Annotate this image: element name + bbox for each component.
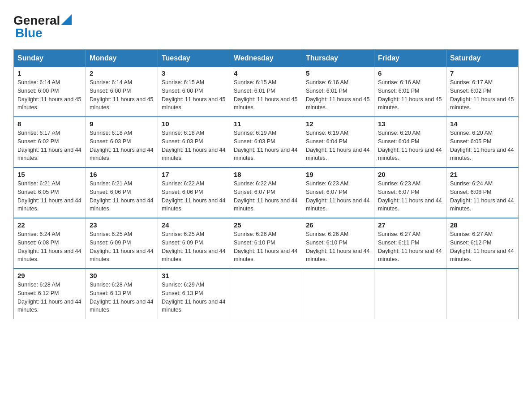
day-info: Sunrise: 6:21 AMSunset: 6:05 PMDaylight:… <box>17 180 81 212</box>
day-info: Sunrise: 6:18 AMSunset: 6:03 PMDaylight:… <box>162 130 225 161</box>
day-info: Sunrise: 6:28 AMSunset: 6:13 PMDaylight:… <box>90 282 153 313</box>
calendar-day-cell: 31 Sunrise: 6:29 AMSunset: 6:13 PMDaylig… <box>158 269 230 319</box>
day-number: 19 <box>306 171 370 178</box>
calendar-day-cell: 20 Sunrise: 6:23 AMSunset: 6:07 PMDaylig… <box>374 167 446 218</box>
day-number: 1 <box>17 69 82 77</box>
day-number: 26 <box>306 221 370 229</box>
calendar-table: SundayMondayTuesdayWednesdayThursdayFrid… <box>13 49 519 319</box>
logo-container: General Blue <box>13 13 72 40</box>
day-number: 13 <box>378 120 442 128</box>
day-info: Sunrise: 6:15 AMSunset: 6:00 PMDaylight:… <box>162 79 225 111</box>
calendar-day-cell: 11 Sunrise: 6:19 AMSunset: 6:03 PMDaylig… <box>230 117 302 167</box>
day-number: 30 <box>90 272 154 279</box>
day-number: 12 <box>306 120 370 128</box>
day-info: Sunrise: 6:14 AMSunset: 6:00 PMDaylight:… <box>90 79 153 111</box>
day-number: 24 <box>162 221 226 229</box>
day-info: Sunrise: 6:17 AMSunset: 6:02 PMDaylight:… <box>17 130 81 161</box>
calendar-day-cell: 9 Sunrise: 6:18 AMSunset: 6:03 PMDayligh… <box>86 117 158 167</box>
day-number: 4 <box>234 69 298 77</box>
calendar-day-cell: 19 Sunrise: 6:23 AMSunset: 6:07 PMDaylig… <box>302 167 374 218</box>
day-info: Sunrise: 6:25 AMSunset: 6:09 PMDaylight:… <box>162 231 225 262</box>
day-number: 27 <box>378 221 442 229</box>
day-info: Sunrise: 6:22 AMSunset: 6:06 PMDaylight:… <box>162 180 225 212</box>
calendar-day-cell: 25 Sunrise: 6:26 AMSunset: 6:10 PMDaylig… <box>230 218 302 269</box>
day-info: Sunrise: 6:25 AMSunset: 6:09 PMDaylight:… <box>90 231 153 262</box>
calendar-day-cell: 15 Sunrise: 6:21 AMSunset: 6:05 PMDaylig… <box>14 167 86 218</box>
calendar-day-cell: 17 Sunrise: 6:22 AMSunset: 6:06 PMDaylig… <box>158 167 230 218</box>
day-info: Sunrise: 6:26 AMSunset: 6:10 PMDaylight:… <box>306 231 369 262</box>
calendar-day-cell: 8 Sunrise: 6:17 AMSunset: 6:02 PMDayligh… <box>14 117 86 167</box>
day-info: Sunrise: 6:19 AMSunset: 6:04 PMDaylight:… <box>306 130 369 161</box>
day-info: Sunrise: 6:28 AMSunset: 6:12 PMDaylight:… <box>17 282 81 313</box>
weekday-header-saturday: Saturday <box>446 50 519 67</box>
day-info: Sunrise: 6:17 AMSunset: 6:02 PMDaylight:… <box>450 79 514 111</box>
day-number: 11 <box>234 120 298 128</box>
calendar-day-cell: 26 Sunrise: 6:26 AMSunset: 6:10 PMDaylig… <box>302 218 374 269</box>
weekday-header-friday: Friday <box>374 50 446 67</box>
day-info: Sunrise: 6:22 AMSunset: 6:07 PMDaylight:… <box>234 180 297 212</box>
calendar-week-row: 29 Sunrise: 6:28 AMSunset: 6:12 PMDaylig… <box>14 269 519 319</box>
day-info: Sunrise: 6:23 AMSunset: 6:07 PMDaylight:… <box>306 180 369 212</box>
logo-blue-text: Blue <box>15 26 43 40</box>
day-number: 3 <box>162 69 226 77</box>
calendar-day-cell: 27 Sunrise: 6:27 AMSunset: 6:11 PMDaylig… <box>374 218 446 269</box>
weekday-header-thursday: Thursday <box>302 50 374 67</box>
calendar-day-cell: 10 Sunrise: 6:18 AMSunset: 6:03 PMDaylig… <box>158 117 230 167</box>
day-info: Sunrise: 6:18 AMSunset: 6:03 PMDaylight:… <box>90 130 153 161</box>
calendar-day-cell <box>302 269 374 319</box>
calendar-day-cell: 28 Sunrise: 6:27 AMSunset: 6:12 PMDaylig… <box>446 218 519 269</box>
calendar-day-cell: 5 Sunrise: 6:16 AMSunset: 6:01 PMDayligh… <box>302 67 374 117</box>
day-number: 6 <box>378 69 442 77</box>
day-number: 17 <box>162 171 226 178</box>
day-number: 14 <box>450 120 515 128</box>
day-info: Sunrise: 6:19 AMSunset: 6:03 PMDaylight:… <box>234 130 297 161</box>
day-info: Sunrise: 6:24 AMSunset: 6:08 PMDaylight:… <box>17 231 81 262</box>
calendar-week-row: 22 Sunrise: 6:24 AMSunset: 6:08 PMDaylig… <box>14 218 519 269</box>
calendar-day-cell: 21 Sunrise: 6:24 AMSunset: 6:08 PMDaylig… <box>446 167 519 218</box>
day-number: 5 <box>306 69 370 77</box>
day-info: Sunrise: 6:23 AMSunset: 6:07 PMDaylight:… <box>378 180 442 212</box>
day-info: Sunrise: 6:21 AMSunset: 6:06 PMDaylight:… <box>90 180 153 212</box>
day-number: 23 <box>90 221 154 229</box>
calendar-day-cell: 1 Sunrise: 6:14 AMSunset: 6:00 PMDayligh… <box>14 67 86 117</box>
svg-marker-0 <box>61 14 72 25</box>
calendar-day-cell: 6 Sunrise: 6:16 AMSunset: 6:01 PMDayligh… <box>374 67 446 117</box>
calendar-day-cell: 23 Sunrise: 6:25 AMSunset: 6:09 PMDaylig… <box>86 218 158 269</box>
calendar-week-row: 8 Sunrise: 6:17 AMSunset: 6:02 PMDayligh… <box>14 117 519 167</box>
day-info: Sunrise: 6:29 AMSunset: 6:13 PMDaylight:… <box>162 282 225 313</box>
calendar-day-cell: 12 Sunrise: 6:19 AMSunset: 6:04 PMDaylig… <box>302 117 374 167</box>
day-info: Sunrise: 6:27 AMSunset: 6:12 PMDaylight:… <box>450 231 514 262</box>
day-number: 20 <box>378 171 442 178</box>
day-info: Sunrise: 6:20 AMSunset: 6:05 PMDaylight:… <box>450 130 514 161</box>
page-header: General Blue <box>13 9 519 40</box>
calendar-day-cell <box>230 269 302 319</box>
calendar-day-cell <box>446 269 519 319</box>
calendar-day-cell: 3 Sunrise: 6:15 AMSunset: 6:00 PMDayligh… <box>158 67 230 117</box>
calendar-day-cell: 29 Sunrise: 6:28 AMSunset: 6:12 PMDaylig… <box>14 269 86 319</box>
day-number: 7 <box>450 69 515 77</box>
calendar-day-cell: 24 Sunrise: 6:25 AMSunset: 6:09 PMDaylig… <box>158 218 230 269</box>
day-number: 10 <box>162 120 226 128</box>
weekday-header-sunday: Sunday <box>14 50 86 67</box>
day-number: 15 <box>17 171 82 178</box>
day-info: Sunrise: 6:26 AMSunset: 6:10 PMDaylight:… <box>234 231 297 262</box>
weekday-header-row: SundayMondayTuesdayWednesdayThursdayFrid… <box>14 50 519 67</box>
calendar-day-cell: 2 Sunrise: 6:14 AMSunset: 6:00 PMDayligh… <box>86 67 158 117</box>
day-info: Sunrise: 6:20 AMSunset: 6:04 PMDaylight:… <box>378 130 442 161</box>
weekday-header-wednesday: Wednesday <box>230 50 302 67</box>
calendar-day-cell: 30 Sunrise: 6:28 AMSunset: 6:13 PMDaylig… <box>86 269 158 319</box>
calendar-day-cell: 14 Sunrise: 6:20 AMSunset: 6:05 PMDaylig… <box>446 117 519 167</box>
day-number: 9 <box>90 120 154 128</box>
logo-arrow-icon <box>61 14 72 25</box>
calendar-day-cell: 13 Sunrise: 6:20 AMSunset: 6:04 PMDaylig… <box>374 117 446 167</box>
day-info: Sunrise: 6:16 AMSunset: 6:01 PMDaylight:… <box>306 79 369 111</box>
calendar-week-row: 15 Sunrise: 6:21 AMSunset: 6:05 PMDaylig… <box>14 167 519 218</box>
calendar-day-cell: 7 Sunrise: 6:17 AMSunset: 6:02 PMDayligh… <box>446 67 519 117</box>
day-number: 8 <box>17 120 82 128</box>
calendar-day-cell <box>374 269 446 319</box>
day-number: 25 <box>234 221 298 229</box>
calendar-day-cell: 22 Sunrise: 6:24 AMSunset: 6:08 PMDaylig… <box>14 218 86 269</box>
day-number: 16 <box>90 171 154 178</box>
day-info: Sunrise: 6:14 AMSunset: 6:00 PMDaylight:… <box>17 79 81 111</box>
day-number: 28 <box>450 221 515 229</box>
